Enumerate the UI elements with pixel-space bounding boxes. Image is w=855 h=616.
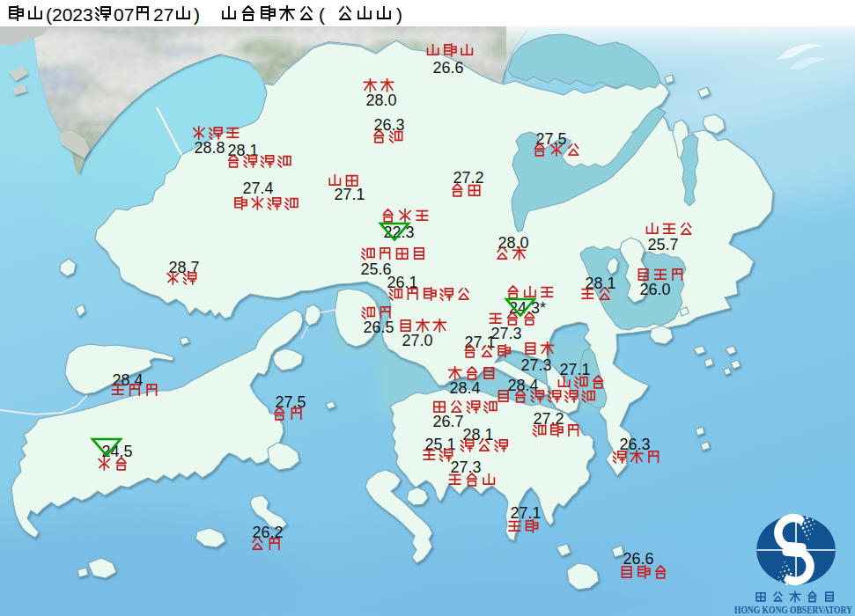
svg-text:28.8: 28.8 (194, 139, 225, 157)
svg-text:27.4: 27.4 (242, 180, 273, 197)
svg-text:27.1: 27.1 (559, 361, 590, 378)
svg-text:26.5: 26.5 (363, 319, 394, 336)
svg-text:28.4: 28.4 (507, 377, 538, 394)
svg-text:26.3: 26.3 (619, 436, 650, 453)
svg-text:27.0: 27.0 (402, 332, 432, 349)
svg-text:(2023: (2023 (46, 4, 93, 25)
svg-text:HONG KONG OBSERVATORY: HONG KONG OBSERVATORY (734, 603, 852, 616)
svg-text:27.1: 27.1 (510, 504, 541, 522)
svg-text:27.3: 27.3 (490, 325, 521, 342)
svg-text:28.0: 28.0 (498, 234, 528, 252)
svg-text:28.4: 28.4 (449, 379, 480, 397)
svg-text:27.1: 27.1 (334, 186, 365, 203)
svg-text:27.3: 27.3 (520, 356, 551, 374)
svg-text:27: 27 (153, 4, 173, 25)
svg-text:26.0: 26.0 (639, 281, 670, 298)
svg-text:27.3: 27.3 (450, 458, 481, 476)
svg-text:): ) (194, 4, 200, 25)
svg-text:(: ( (319, 4, 325, 25)
svg-text:27.2: 27.2 (533, 410, 564, 428)
svg-text:26.6: 26.6 (432, 59, 463, 77)
svg-text:25.7: 25.7 (647, 236, 678, 253)
svg-text:26.6: 26.6 (623, 550, 653, 568)
svg-text:07: 07 (114, 4, 134, 25)
svg-text:26.7: 26.7 (432, 413, 463, 430)
svg-text:): ) (396, 4, 402, 25)
svg-text:28.0: 28.0 (365, 92, 396, 109)
